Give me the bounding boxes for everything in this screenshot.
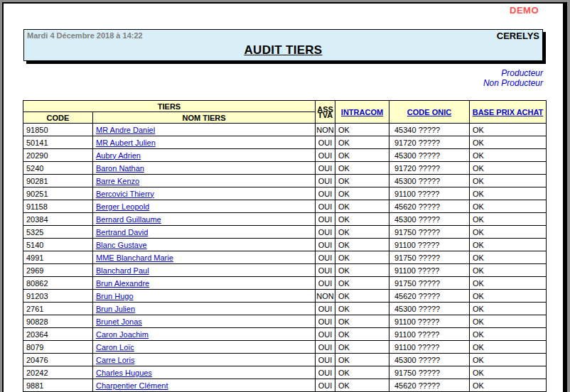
column-group-tiers: TIERS (23, 101, 316, 112)
code-onic-cell: 91750 ????? (389, 251, 470, 264)
base-prix-achat-cell: OK (470, 239, 547, 251)
tiers-link[interactable]: Barre Kenzo (96, 177, 139, 185)
tiers-link[interactable]: Bertrand David (96, 228, 148, 236)
tiers-link[interactable]: Caron Joachim (96, 330, 149, 339)
intracom-status-cell: OK (335, 136, 389, 149)
tiers-link[interactable]: Brunet Jonas (96, 317, 142, 326)
table-row: 20364Caron JoachimOUIOK91100 ?????OK (23, 328, 547, 341)
tiers-link[interactable]: Aubry Adrien (96, 151, 141, 160)
tiers-link[interactable]: Blanc Gustave (96, 241, 147, 249)
tiers-name-cell: Brunet Jonas (93, 315, 316, 328)
code-onic-cell: 91100 ????? (389, 328, 470, 341)
intracom-status-cell: OK (335, 341, 389, 354)
tiers-code-cell: 20476 (23, 354, 93, 366)
table-row: 90251Bercovici ThierryOUIOK91100 ?????OK (23, 187, 547, 200)
base-prix-achat-cell: OK (470, 124, 547, 136)
company-name: CERELYS (497, 31, 539, 41)
tiers-name-cell: Barre Kenzo (93, 175, 316, 187)
tiers-code-cell: 9881 (23, 379, 93, 392)
table-row: 20476Carre LorisOUIOK45300 ?????OK (23, 354, 547, 366)
tiers-code-cell: 2761 (23, 303, 93, 315)
tiers-link[interactable]: Blanchard Paul (96, 266, 149, 275)
tiers-name-cell: Carre Loris (93, 354, 316, 366)
column-header-code-onic[interactable]: CODE ONIC (389, 101, 470, 124)
code-onic-cell: 45300 ????? (389, 149, 470, 162)
tiers-name-cell: Bertrand David (93, 226, 316, 239)
base-prix-achat-cell: OK (470, 290, 547, 303)
ass-tva-cell: OUI (316, 187, 335, 200)
report-page: DEMO Mardi 4 Décembre 2018 à 14:22 CEREL… (2, 2, 567, 392)
link-non-producteur[interactable]: Non Producteur (483, 78, 543, 88)
table-row: 20290Aubry AdrienOUIOK45300 ?????OK (23, 149, 547, 162)
tiers-link[interactable]: Bernard Guillaume (96, 215, 161, 224)
tiers-name-cell: MME Blanchard Marie (93, 251, 316, 264)
tiers-code-cell: 8079 (23, 341, 93, 354)
intracom-sort-link[interactable]: INTRACOM (341, 108, 383, 116)
ass-tva-cell: OUI (316, 175, 335, 187)
tiers-link[interactable]: Brun Hugo (96, 292, 134, 300)
tiers-code-cell: 50141 (23, 136, 93, 149)
base-prix-achat-cell: OK (470, 162, 547, 175)
base-prix-achat-cell: OK (470, 354, 547, 366)
tiers-name-cell: Caron Loïc (93, 341, 316, 354)
tiers-code-cell: 5325 (23, 226, 93, 239)
tiers-link[interactable]: Bercovici Thierry (96, 190, 154, 198)
column-header-base-prix-achat[interactable]: BASE PRIX ACHAT (470, 101, 547, 124)
tiers-link[interactable]: Berger Leopold (96, 202, 149, 211)
tiers-code-cell: 4991 (23, 251, 93, 264)
tiers-name-cell: Blanchard Paul (93, 264, 316, 277)
report-datetime: Mardi 4 Décembre 2018 à 14:22 (27, 31, 143, 40)
code-onic-cell: 45340 ????? (389, 124, 470, 136)
table-row: 91158Berger LeopoldOUIOK45620 ?????OK (23, 200, 547, 213)
ass-tva-cell: OUI (316, 136, 335, 149)
link-producteur[interactable]: Producteur (483, 68, 543, 78)
code-onic-cell: 45300 ????? (389, 213, 470, 226)
tiers-name-cell: MR Aubert Julien (93, 136, 316, 149)
ass-tva-cell: OUI (316, 264, 335, 277)
base-prix-achat-cell: OK (470, 366, 547, 379)
tiers-code-cell: 20290 (23, 149, 93, 162)
tiers-name-cell: Charles Hugues (93, 366, 316, 379)
tiers-name-cell: Brun Hugo (93, 290, 316, 303)
column-header-nom-tiers: NOM TIERS (93, 112, 316, 124)
intracom-status-cell: OK (335, 379, 389, 392)
tiers-link[interactable]: Caron Loïc (96, 343, 134, 352)
column-header-intracom[interactable]: INTRACOM (335, 101, 389, 124)
ass-tva-cell: OUI (316, 379, 335, 392)
tiers-link[interactable]: Carre Loris (96, 356, 134, 364)
ass-tva-cell: OUI (316, 277, 335, 290)
base-prix-achat-sort-link[interactable]: BASE PRIX ACHAT (473, 108, 544, 116)
code-onic-cell: 91750 ????? (389, 277, 470, 290)
tiers-code-cell: 20242 (23, 366, 93, 379)
table-row: 20242Charles HuguesOUIOK91750 ?????OK (23, 366, 547, 379)
tiers-link[interactable]: MME Blanchard Marie (96, 254, 173, 262)
ass-tva-cell: OUI (316, 200, 335, 213)
intracom-status-cell: OK (335, 354, 389, 366)
code-onic-cell: 45620 ????? (389, 290, 470, 303)
tiers-link[interactable]: Brun Julien (96, 305, 135, 313)
code-onic-cell: 91750 ????? (389, 226, 470, 239)
tiers-link[interactable]: Charpentier Clément (96, 381, 168, 390)
intracom-status-cell: OK (335, 213, 389, 226)
table-row: 9881Charpentier ClémentOUIOK45620 ?????O… (23, 379, 547, 392)
column-header-ass-tva: ASS TVA (316, 101, 335, 124)
tiers-link[interactable]: MR Andre Daniel (96, 126, 155, 134)
tiers-link[interactable]: Charles Hugues (96, 369, 152, 377)
ass-tva-cell: OUI (316, 226, 335, 239)
code-onic-cell: 91100 ????? (389, 315, 470, 328)
base-prix-achat-cell: OK (470, 200, 547, 213)
base-prix-achat-cell: OK (470, 277, 547, 290)
tiers-link[interactable]: MR Aubert Julien (96, 138, 156, 147)
ass-tva-cell: OUI (316, 341, 335, 354)
tiers-link[interactable]: Baron Nathan (96, 164, 144, 173)
demo-watermark: DEMO (510, 5, 539, 16)
ass-tva-cell: OUI (316, 328, 335, 341)
base-prix-achat-cell: OK (470, 341, 547, 354)
tiers-name-cell: Aubry Adrien (93, 149, 316, 162)
tiers-name-cell: Bercovici Thierry (93, 187, 316, 200)
base-prix-achat-cell: OK (470, 136, 547, 149)
code-onic-sort-link[interactable]: CODE ONIC (407, 108, 451, 116)
code-onic-cell: 91100 ????? (389, 264, 470, 277)
table-row: 90828Brunet JonasOUIOK91100 ?????OK (23, 315, 547, 328)
tiers-link[interactable]: Brun Alexandre (96, 279, 149, 288)
